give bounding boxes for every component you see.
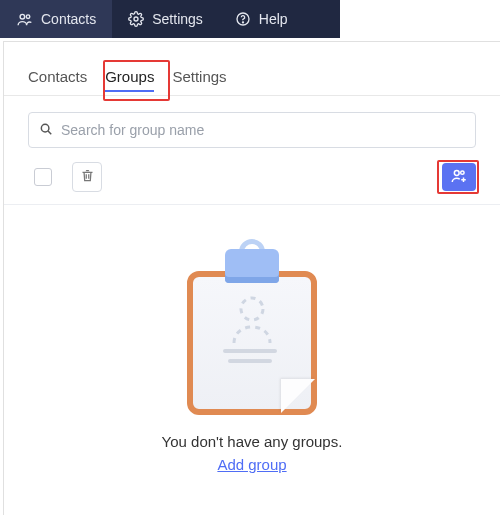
- content: Contacts Groups Settings: [3, 41, 500, 515]
- tab-groups[interactable]: Groups: [105, 68, 154, 95]
- tab-label: Settings: [172, 68, 226, 85]
- select-all-checkbox[interactable]: [34, 168, 52, 186]
- delete-button[interactable]: [72, 162, 102, 192]
- topnav-label: Help: [259, 11, 288, 27]
- tab-settings[interactable]: Settings: [172, 68, 226, 95]
- divider: [4, 204, 500, 205]
- add-group-link[interactable]: Add group: [217, 456, 286, 473]
- add-group-button[interactable]: [442, 163, 476, 191]
- topnav-item-settings[interactable]: Settings: [112, 0, 219, 38]
- gear-icon: [128, 11, 144, 27]
- empty-message: You don't have any groups.: [162, 433, 343, 450]
- tab-contacts[interactable]: Contacts: [28, 68, 87, 95]
- svg-point-4: [242, 22, 243, 23]
- groups-toolbar: [28, 162, 476, 192]
- svg-point-9: [241, 298, 263, 320]
- empty-state: You don't have any groups. Add group: [4, 247, 500, 473]
- svg-point-7: [454, 170, 459, 175]
- topnav-item-help[interactable]: Help: [219, 0, 304, 38]
- search-bar[interactable]: [28, 112, 476, 148]
- top-nav: Contacts Settings Help: [0, 0, 500, 38]
- topnav-right-panel: [340, 0, 500, 38]
- svg-point-1: [26, 14, 30, 18]
- tab-label: Groups: [105, 68, 154, 85]
- trash-icon: [80, 168, 95, 186]
- tabs: Contacts Groups Settings: [4, 42, 500, 96]
- add-group-icon: [450, 167, 468, 188]
- svg-line-6: [48, 131, 51, 134]
- topnav-label: Settings: [152, 11, 203, 27]
- contacts-icon: [16, 11, 33, 28]
- topnav-item-contacts[interactable]: Contacts: [0, 0, 112, 38]
- search-icon: [39, 122, 53, 139]
- svg-point-2: [134, 17, 138, 21]
- search-input[interactable]: [61, 122, 465, 138]
- svg-point-8: [461, 170, 464, 173]
- tab-label: Contacts: [28, 68, 87, 85]
- svg-point-5: [41, 124, 49, 132]
- topnav-label: Contacts: [41, 11, 96, 27]
- empty-illustration: [183, 247, 321, 415]
- svg-point-0: [20, 14, 25, 19]
- help-icon: [235, 11, 251, 27]
